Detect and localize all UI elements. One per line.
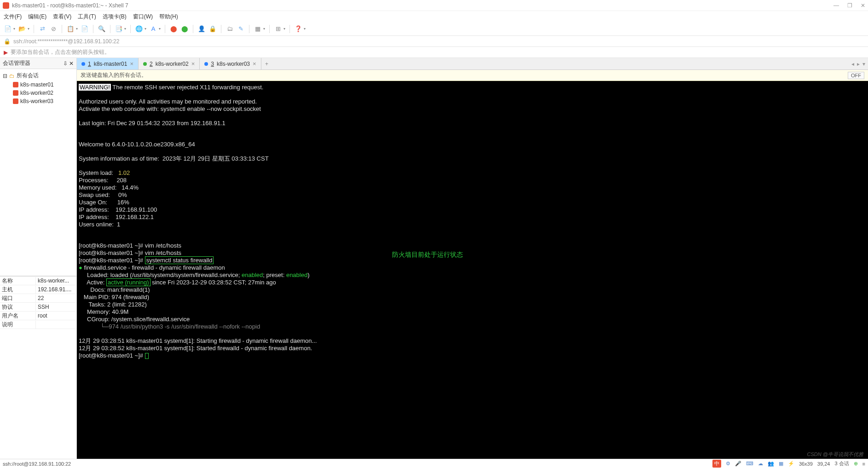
settings-icon[interactable]: ⚡ — [788, 461, 794, 467]
red-circle-icon[interactable]: ⬤ — [169, 25, 178, 33]
menu-file[interactable]: 文件(F) — [4, 13, 22, 21]
status-dot-icon — [143, 62, 147, 66]
broadcast-off-button[interactable]: OFF — [848, 72, 864, 79]
add-icon[interactable]: ⊕ — [854, 461, 858, 467]
open-icon[interactable]: 📂 — [18, 25, 26, 33]
highlight-icon[interactable]: ✎ — [237, 25, 245, 33]
menu-icon[interactable]: ≡ — [862, 461, 865, 467]
maximize-button[interactable]: ❐ — [847, 2, 852, 9]
host-icon — [13, 82, 18, 87]
folder2-icon[interactable]: 🗂 — [226, 25, 234, 33]
search-icon[interactable]: 🔍 — [98, 25, 106, 33]
tab-close-icon[interactable]: × — [253, 60, 256, 67]
terminal[interactable]: WARNING! The remote SSH server rejected … — [77, 81, 868, 459]
session-tabs: 1 k8s-master01 × 2 k8s-worker02 × 3 k8s-… — [77, 58, 868, 70]
tab-close-icon[interactable]: × — [130, 60, 133, 67]
flag-icon: ▶ — [4, 49, 8, 56]
warning-tag: WARNING! — [79, 84, 111, 91]
cursor — [145, 353, 149, 359]
address-text: ssh://root:**************@192.168.91.100… — [13, 38, 119, 45]
title-bar: k8s-master01 - root@k8s-master01:~ - Xsh… — [0, 0, 868, 11]
mic-icon[interactable]: 🎤 — [735, 461, 741, 467]
tree-item[interactable]: k8s-worker03 — [0, 97, 76, 105]
security-icon[interactable]: ⚙ — [726, 461, 730, 467]
menu-tools[interactable]: 工具(T) — [78, 13, 96, 21]
session-tree[interactable]: ⊟ 🗀 所有会话 k8s-master01 k8s-worker02 k8s-w… — [0, 69, 76, 276]
tree-root[interactable]: ⊟ 🗀 所有会话 — [0, 71, 76, 81]
session-count: 3 会话 — [834, 460, 849, 467]
pin-icon[interactable]: ⇩ — [63, 60, 68, 67]
layout-icon[interactable]: ⊞ — [274, 25, 282, 33]
keyboard-icon[interactable]: ⌨ — [746, 461, 753, 467]
user-icon[interactable]: 👤 — [197, 25, 206, 33]
highlighted-command: systemctl status firewalld — [145, 256, 214, 264]
copy-icon[interactable]: 📋 — [66, 25, 75, 33]
reconnect-icon[interactable]: ⇄ — [38, 25, 46, 33]
lock-small-icon: 🔒 — [4, 38, 11, 45]
window-title: k8s-master01 - root@k8s-master01:~ - Xsh… — [12, 2, 833, 9]
tab-menu-icon[interactable]: ▾ — [862, 61, 865, 67]
annotation-text: 防火墙目前处于运行状态 — [392, 251, 463, 258]
panel-close-icon[interactable]: ✕ — [69, 60, 74, 67]
grid-icon[interactable]: ▦ — [779, 461, 783, 467]
app-icon — [3, 2, 9, 9]
globe-icon[interactable]: 🌐 — [135, 25, 143, 33]
tree-item[interactable]: k8s-worker02 — [0, 89, 76, 97]
tile-icon[interactable]: ▦ — [254, 25, 262, 33]
tab-close-icon[interactable]: × — [191, 60, 195, 67]
cloud-icon[interactable]: ☁ — [758, 461, 763, 467]
session-manager-header: 会话管理器 ⇩ ✕ — [0, 58, 76, 69]
paste-icon[interactable]: 📄 — [81, 25, 89, 33]
watermark: CSDN @牛哥说我不优雅 — [807, 451, 863, 458]
tab-left-icon[interactable]: ◂ — [851, 61, 854, 67]
host-icon — [13, 90, 18, 96]
menu-view[interactable]: 查看(V) — [53, 13, 71, 21]
bullet-icon: ● — [79, 264, 82, 271]
tab-k8s-master01[interactable]: 1 k8s-master01 × — [77, 58, 139, 69]
tip-bar: ▶ 要添加当前会话，点击左侧的箭头按钮。 — [0, 47, 868, 58]
status-dot-icon — [204, 62, 208, 66]
host-icon — [13, 98, 18, 104]
menu-bar[interactable]: 文件(F) 编辑(E) 查看(V) 工具(T) 选项卡(B) 窗口(W) 帮助(… — [0, 11, 868, 22]
tab-k8s-worker03[interactable]: 3 k8s-worker03 × — [200, 58, 261, 69]
address-bar[interactable]: 🔒 ssh://root:**************@192.168.91.1… — [0, 36, 868, 47]
green-circle-icon[interactable]: ⬤ — [180, 25, 189, 33]
menu-edit[interactable]: 编辑(E) — [28, 13, 46, 21]
session-manager-panel: 会话管理器 ⇩ ✕ ⊟ 🗀 所有会话 k8s-master01 k8s-work… — [0, 58, 77, 459]
new-session-icon[interactable]: 📄 — [4, 25, 12, 33]
tab-right-icon[interactable]: ▸ — [857, 61, 860, 67]
lock-icon[interactable]: 🔒 — [208, 25, 217, 33]
tip-text: 要添加当前会话，点击左侧的箭头按钮。 — [11, 48, 110, 56]
close-button[interactable]: ✕ — [861, 2, 865, 9]
broadcast-bar: 发送键盘输入的所有会话。 OFF — [77, 70, 868, 81]
help-icon[interactable]: ❓ — [294, 25, 302, 33]
tab-k8s-worker02[interactable]: 2 k8s-worker02 × — [139, 58, 200, 69]
session-properties: 名称k8s-worker... 主机192.168.91.... 端口22 协议… — [0, 276, 76, 329]
toolbar: 📄▾ 📂▾ ⇄ ⊘ 📋▾ 📄 🔍 📑▾ 🌐▾ A▾ ⬤ ⬤ 👤 🔒 🗂 ✎ ▦▾… — [0, 22, 868, 36]
font-icon[interactable]: A — [149, 25, 157, 33]
status-bar: ssh://root@192.168.91.100:22 中 ⚙ 🎤 ⌨ ☁ 👥… — [0, 459, 868, 468]
disconnect-icon[interactable]: ⊘ — [49, 25, 58, 33]
status-dot-icon — [81, 62, 85, 66]
status-connection: ssh://root@192.168.91.100:22 — [3, 461, 71, 467]
menu-tab[interactable]: 选项卡(B) — [103, 13, 127, 21]
props-icon[interactable]: 📑 — [115, 25, 123, 33]
folder-icon: 🗀 — [9, 73, 15, 79]
minimize-button[interactable]: — — [833, 2, 839, 9]
active-status: active (running) — [106, 278, 150, 286]
terminal-size: 36x39 — [799, 461, 813, 467]
tab-add-button[interactable]: + — [261, 58, 272, 69]
collapse-icon[interactable]: ⊟ — [3, 73, 7, 79]
menu-help[interactable]: 帮助(H) — [159, 13, 178, 21]
cursor-position: 39,24 — [817, 461, 830, 467]
tree-item[interactable]: k8s-master01 — [0, 81, 76, 89]
ime-indicator[interactable]: 中 — [712, 460, 721, 468]
menu-window[interactable]: 窗口(W) — [133, 13, 153, 21]
users-icon[interactable]: 👥 — [768, 461, 774, 467]
